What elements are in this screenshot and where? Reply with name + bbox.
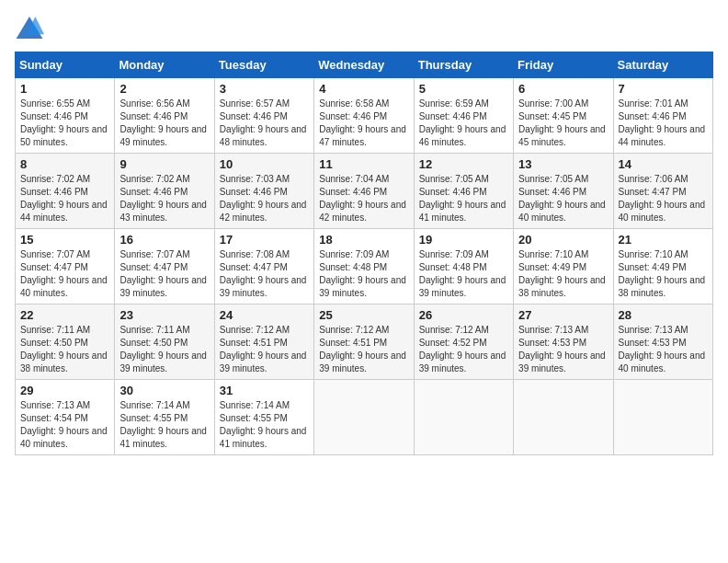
day-number: 3 [220,82,309,96]
calendar-cell: 6Sunrise: 7:00 AMSunset: 4:45 PMDaylight… [514,78,613,154]
day-info: Sunrise: 7:08 AMSunset: 4:47 PMDaylight:… [220,248,309,300]
day-number: 24 [220,308,309,322]
day-info: Sunrise: 7:06 AMSunset: 4:47 PMDaylight:… [619,173,708,224]
calendar-cell: 2Sunrise: 6:56 AMSunset: 4:46 PMDaylight… [115,78,214,154]
calendar-cell: 31Sunrise: 7:14 AMSunset: 4:55 PMDayligh… [214,380,313,455]
calendar-cell: 21Sunrise: 7:10 AMSunset: 4:49 PMDayligh… [613,229,712,304]
weekday-header-thursday: Thursday [414,52,513,78]
weekday-header-sunday: Sunday [16,52,115,78]
calendar-cell: 27Sunrise: 7:13 AMSunset: 4:53 PMDayligh… [514,304,613,380]
day-number: 21 [619,233,708,247]
calendar-cell: 8Sunrise: 7:02 AMSunset: 4:46 PMDaylight… [16,154,115,229]
day-number: 27 [518,308,608,322]
weekday-header-tuesday: Tuesday [214,52,313,78]
day-number: 17 [220,233,309,247]
calendar-cell: 1Sunrise: 6:55 AMSunset: 4:46 PMDaylight… [16,78,115,154]
calendar-cell: 18Sunrise: 7:09 AMSunset: 4:48 PMDayligh… [314,229,414,304]
day-info: Sunrise: 7:05 AMSunset: 4:46 PMDaylight:… [419,173,508,224]
day-number: 23 [119,308,209,322]
day-info: Sunrise: 7:11 AMSunset: 4:50 PMDaylight:… [119,324,209,375]
calendar-cell: 15Sunrise: 7:07 AMSunset: 4:47 PMDayligh… [16,229,115,304]
day-number: 10 [220,157,309,171]
day-number: 4 [319,82,408,96]
calendar-cell: 19Sunrise: 7:09 AMSunset: 4:48 PMDayligh… [414,229,513,304]
calendar-cell: 12Sunrise: 7:05 AMSunset: 4:46 PMDayligh… [414,154,513,229]
day-number: 26 [419,308,508,322]
day-number: 7 [619,82,708,96]
day-number: 12 [419,157,508,171]
weekday-header-saturday: Saturday [613,52,712,78]
day-info: Sunrise: 7:00 AMSunset: 4:45 PMDaylight:… [518,98,608,149]
day-info: Sunrise: 7:09 AMSunset: 4:48 PMDaylight:… [419,248,508,300]
calendar-week-row: 29Sunrise: 7:13 AMSunset: 4:54 PMDayligh… [16,380,713,455]
day-info: Sunrise: 7:03 AMSunset: 4:46 PMDaylight:… [220,173,309,224]
day-number: 29 [20,384,109,397]
calendar-cell: 20Sunrise: 7:10 AMSunset: 4:49 PMDayligh… [514,229,613,304]
day-info: Sunrise: 7:07 AMSunset: 4:47 PMDaylight:… [20,248,109,300]
day-info: Sunrise: 7:12 AMSunset: 4:52 PMDaylight:… [419,324,508,375]
calendar-cell: 28Sunrise: 7:13 AMSunset: 4:53 PMDayligh… [613,304,712,380]
weekday-header-monday: Monday [115,52,214,78]
day-info: Sunrise: 7:12 AMSunset: 4:51 PMDaylight:… [220,324,309,375]
calendar-week-row: 1Sunrise: 6:55 AMSunset: 4:46 PMDaylight… [16,78,713,154]
day-info: Sunrise: 7:02 AMSunset: 4:46 PMDaylight:… [20,173,109,224]
logo [15,15,48,40]
calendar-cell: 26Sunrise: 7:12 AMSunset: 4:52 PMDayligh… [414,304,513,380]
page-container: SundayMondayTuesdayWednesdayThursdayFrid… [0,0,728,463]
day-number: 6 [518,82,608,96]
calendar-cell: 7Sunrise: 7:01 AMSunset: 4:46 PMDaylight… [613,78,712,154]
day-info: Sunrise: 7:10 AMSunset: 4:49 PMDaylight:… [518,248,608,300]
day-info: Sunrise: 7:13 AMSunset: 4:53 PMDaylight:… [619,324,708,375]
day-info: Sunrise: 7:14 AMSunset: 4:55 PMDaylight:… [119,399,209,451]
calendar-cell: 14Sunrise: 7:06 AMSunset: 4:47 PMDayligh… [613,154,712,229]
day-info: Sunrise: 6:57 AMSunset: 4:46 PMDaylight:… [220,98,309,149]
day-info: Sunrise: 7:07 AMSunset: 4:47 PMDaylight:… [119,248,209,300]
page-header [15,15,713,40]
calendar-cell: 24Sunrise: 7:12 AMSunset: 4:51 PMDayligh… [214,304,313,380]
day-info: Sunrise: 6:58 AMSunset: 4:46 PMDaylight:… [319,98,408,149]
calendar-cell: 5Sunrise: 6:59 AMSunset: 4:46 PMDaylight… [414,78,513,154]
day-number: 2 [119,82,209,96]
calendar-cell: 16Sunrise: 7:07 AMSunset: 4:47 PMDayligh… [115,229,214,304]
day-number: 11 [319,157,408,171]
calendar-cell [414,380,513,455]
calendar-cell [514,380,613,455]
day-number: 25 [319,308,408,322]
calendar-table: SundayMondayTuesdayWednesdayThursdayFrid… [15,52,713,455]
day-number: 15 [20,233,109,247]
day-number: 5 [419,82,508,96]
day-number: 14 [619,157,708,171]
day-info: Sunrise: 7:05 AMSunset: 4:46 PMDaylight:… [518,173,608,224]
calendar-cell: 10Sunrise: 7:03 AMSunset: 4:46 PMDayligh… [214,154,313,229]
calendar-header-row: SundayMondayTuesdayWednesdayThursdayFrid… [16,52,713,78]
calendar-week-row: 8Sunrise: 7:02 AMSunset: 4:46 PMDaylight… [16,154,713,229]
weekday-header-wednesday: Wednesday [314,52,414,78]
calendar-cell: 30Sunrise: 7:14 AMSunset: 4:55 PMDayligh… [115,380,214,455]
day-number: 28 [619,308,708,322]
day-info: Sunrise: 7:14 AMSunset: 4:55 PMDaylight:… [220,399,309,451]
day-info: Sunrise: 7:04 AMSunset: 4:46 PMDaylight:… [319,173,408,224]
calendar-cell: 4Sunrise: 6:58 AMSunset: 4:46 PMDaylight… [314,78,414,154]
day-number: 30 [119,384,209,397]
calendar-cell: 29Sunrise: 7:13 AMSunset: 4:54 PMDayligh… [16,380,115,455]
day-info: Sunrise: 7:10 AMSunset: 4:49 PMDaylight:… [619,248,708,300]
day-info: Sunrise: 7:12 AMSunset: 4:51 PMDaylight:… [319,324,408,375]
calendar-cell [613,380,712,455]
day-info: Sunrise: 7:13 AMSunset: 4:53 PMDaylight:… [518,324,608,375]
calendar-week-row: 22Sunrise: 7:11 AMSunset: 4:50 PMDayligh… [16,304,713,380]
calendar-cell: 22Sunrise: 7:11 AMSunset: 4:50 PMDayligh… [16,304,115,380]
day-info: Sunrise: 7:13 AMSunset: 4:54 PMDaylight:… [20,399,109,451]
day-number: 1 [20,82,109,96]
logo-icon [15,15,44,40]
day-info: Sunrise: 6:56 AMSunset: 4:46 PMDaylight:… [119,98,209,149]
day-number: 16 [119,233,209,247]
day-number: 31 [220,384,309,397]
calendar-cell: 11Sunrise: 7:04 AMSunset: 4:46 PMDayligh… [314,154,414,229]
calendar-week-row: 15Sunrise: 7:07 AMSunset: 4:47 PMDayligh… [16,229,713,304]
calendar-cell: 3Sunrise: 6:57 AMSunset: 4:46 PMDaylight… [214,78,313,154]
calendar-cell: 17Sunrise: 7:08 AMSunset: 4:47 PMDayligh… [214,229,313,304]
day-number: 20 [518,233,608,247]
day-number: 9 [119,157,209,171]
day-number: 8 [20,157,109,171]
calendar-cell [314,380,414,455]
